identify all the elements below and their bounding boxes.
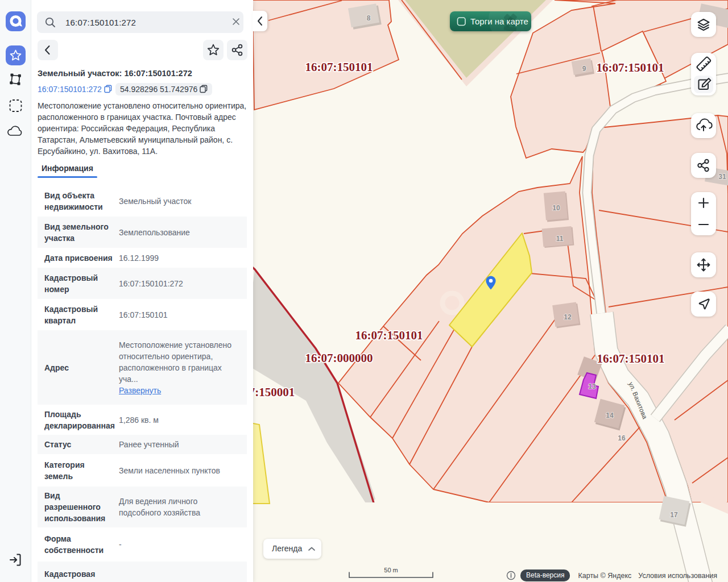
svg-text:16:07:150101: 16:07:150101 [355, 329, 423, 342]
svg-text:9: 9 [582, 65, 586, 73]
svg-text:13: 13 [588, 383, 596, 390]
svg-text:17: 17 [670, 511, 678, 519]
svg-text:16:07:150101: 16:07:150101 [597, 352, 665, 365]
svg-text:16:07:150101: 16:07:150101 [597, 61, 664, 74]
svg-text:7:150001: 7:150001 [253, 385, 295, 399]
svg-text:31: 31 [718, 173, 726, 181]
svg-text:14: 14 [606, 411, 614, 419]
svg-text:12: 12 [564, 313, 572, 321]
svg-text:16: 16 [618, 434, 626, 442]
svg-text:10: 10 [552, 204, 560, 212]
svg-text:16:07:150101: 16:07:150101 [305, 60, 373, 74]
svg-text:16:07:000000: 16:07:000000 [305, 351, 373, 365]
svg-text:8: 8 [367, 14, 371, 22]
svg-text:11: 11 [556, 235, 564, 243]
